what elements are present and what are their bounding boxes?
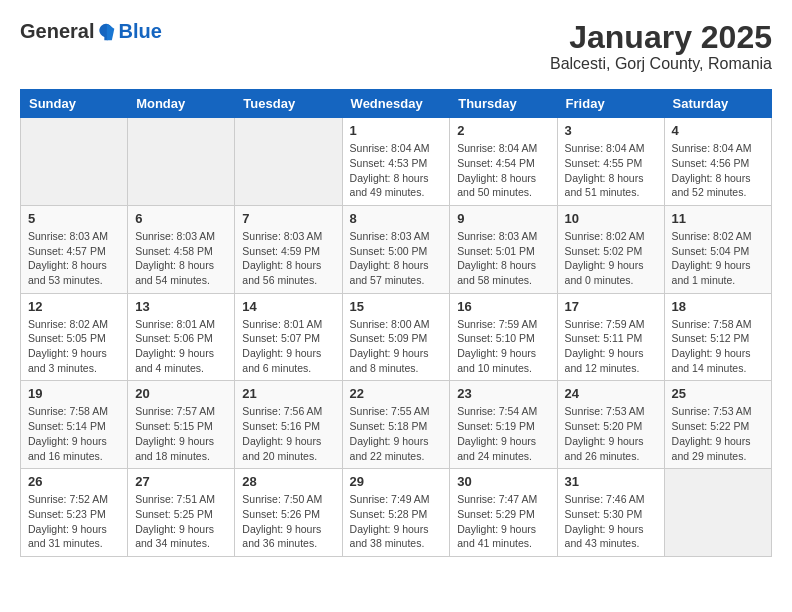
day-number: 15 <box>350 299 443 314</box>
calendar-cell: 24Sunrise: 7:53 AM Sunset: 5:20 PM Dayli… <box>557 381 664 469</box>
day-info: Sunrise: 7:46 AM Sunset: 5:30 PM Dayligh… <box>565 492 657 551</box>
calendar-week-3: 12Sunrise: 8:02 AM Sunset: 5:05 PM Dayli… <box>21 293 772 381</box>
weekday-header-wednesday: Wednesday <box>342 90 450 118</box>
weekday-header-thursday: Thursday <box>450 90 557 118</box>
weekday-header-sunday: Sunday <box>21 90 128 118</box>
calendar-week-1: 1Sunrise: 8:04 AM Sunset: 4:53 PM Daylig… <box>21 118 772 206</box>
day-number: 10 <box>565 211 657 226</box>
day-number: 19 <box>28 386 120 401</box>
day-number: 13 <box>135 299 227 314</box>
day-number: 29 <box>350 474 443 489</box>
day-info: Sunrise: 7:57 AM Sunset: 5:15 PM Dayligh… <box>135 404 227 463</box>
day-number: 28 <box>242 474 334 489</box>
day-info: Sunrise: 7:51 AM Sunset: 5:25 PM Dayligh… <box>135 492 227 551</box>
day-number: 24 <box>565 386 657 401</box>
calendar-cell: 8Sunrise: 8:03 AM Sunset: 5:00 PM Daylig… <box>342 205 450 293</box>
calendar-cell <box>235 118 342 206</box>
calendar-cell: 26Sunrise: 7:52 AM Sunset: 5:23 PM Dayli… <box>21 469 128 557</box>
page-title: January 2025 <box>550 20 772 55</box>
weekday-header-monday: Monday <box>128 90 235 118</box>
calendar-cell: 21Sunrise: 7:56 AM Sunset: 5:16 PM Dayli… <box>235 381 342 469</box>
day-number: 1 <box>350 123 443 138</box>
calendar-cell: 25Sunrise: 7:53 AM Sunset: 5:22 PM Dayli… <box>664 381 771 469</box>
day-info: Sunrise: 8:03 AM Sunset: 4:59 PM Dayligh… <box>242 229 334 288</box>
calendar-cell: 19Sunrise: 7:58 AM Sunset: 5:14 PM Dayli… <box>21 381 128 469</box>
calendar-cell: 18Sunrise: 7:58 AM Sunset: 5:12 PM Dayli… <box>664 293 771 381</box>
day-number: 22 <box>350 386 443 401</box>
day-number: 7 <box>242 211 334 226</box>
calendar-cell: 12Sunrise: 8:02 AM Sunset: 5:05 PM Dayli… <box>21 293 128 381</box>
calendar-cell: 27Sunrise: 7:51 AM Sunset: 5:25 PM Dayli… <box>128 469 235 557</box>
calendar-cell: 15Sunrise: 8:00 AM Sunset: 5:09 PM Dayli… <box>342 293 450 381</box>
day-info: Sunrise: 8:03 AM Sunset: 4:58 PM Dayligh… <box>135 229 227 288</box>
calendar-cell: 13Sunrise: 8:01 AM Sunset: 5:06 PM Dayli… <box>128 293 235 381</box>
calendar-table: SundayMondayTuesdayWednesdayThursdayFrid… <box>20 89 772 557</box>
day-info: Sunrise: 7:53 AM Sunset: 5:20 PM Dayligh… <box>565 404 657 463</box>
day-info: Sunrise: 8:03 AM Sunset: 5:01 PM Dayligh… <box>457 229 549 288</box>
day-number: 4 <box>672 123 764 138</box>
day-info: Sunrise: 7:59 AM Sunset: 5:10 PM Dayligh… <box>457 317 549 376</box>
day-number: 9 <box>457 211 549 226</box>
calendar-cell: 11Sunrise: 8:02 AM Sunset: 5:04 PM Dayli… <box>664 205 771 293</box>
day-info: Sunrise: 7:47 AM Sunset: 5:29 PM Dayligh… <box>457 492 549 551</box>
day-number: 5 <box>28 211 120 226</box>
calendar-cell: 17Sunrise: 7:59 AM Sunset: 5:11 PM Dayli… <box>557 293 664 381</box>
calendar-cell: 1Sunrise: 8:04 AM Sunset: 4:53 PM Daylig… <box>342 118 450 206</box>
logo-blue: Blue <box>118 20 161 43</box>
calendar-cell: 2Sunrise: 8:04 AM Sunset: 4:54 PM Daylig… <box>450 118 557 206</box>
day-info: Sunrise: 8:02 AM Sunset: 5:05 PM Dayligh… <box>28 317 120 376</box>
logo-icon <box>96 22 116 42</box>
day-info: Sunrise: 8:03 AM Sunset: 5:00 PM Dayligh… <box>350 229 443 288</box>
day-number: 21 <box>242 386 334 401</box>
day-info: Sunrise: 7:56 AM Sunset: 5:16 PM Dayligh… <box>242 404 334 463</box>
day-number: 18 <box>672 299 764 314</box>
day-number: 3 <box>565 123 657 138</box>
calendar-cell: 29Sunrise: 7:49 AM Sunset: 5:28 PM Dayli… <box>342 469 450 557</box>
day-number: 2 <box>457 123 549 138</box>
calendar-week-4: 19Sunrise: 7:58 AM Sunset: 5:14 PM Dayli… <box>21 381 772 469</box>
calendar-cell: 20Sunrise: 7:57 AM Sunset: 5:15 PM Dayli… <box>128 381 235 469</box>
calendar-cell <box>21 118 128 206</box>
calendar-cell: 5Sunrise: 8:03 AM Sunset: 4:57 PM Daylig… <box>21 205 128 293</box>
calendar-cell: 14Sunrise: 8:01 AM Sunset: 5:07 PM Dayli… <box>235 293 342 381</box>
day-info: Sunrise: 8:04 AM Sunset: 4:56 PM Dayligh… <box>672 141 764 200</box>
day-number: 16 <box>457 299 549 314</box>
day-info: Sunrise: 7:52 AM Sunset: 5:23 PM Dayligh… <box>28 492 120 551</box>
calendar-cell <box>664 469 771 557</box>
day-info: Sunrise: 8:02 AM Sunset: 5:04 PM Dayligh… <box>672 229 764 288</box>
logo-general: General <box>20 20 94 43</box>
day-info: Sunrise: 8:00 AM Sunset: 5:09 PM Dayligh… <box>350 317 443 376</box>
day-info: Sunrise: 7:53 AM Sunset: 5:22 PM Dayligh… <box>672 404 764 463</box>
day-info: Sunrise: 8:01 AM Sunset: 5:06 PM Dayligh… <box>135 317 227 376</box>
day-info: Sunrise: 7:49 AM Sunset: 5:28 PM Dayligh… <box>350 492 443 551</box>
day-number: 8 <box>350 211 443 226</box>
day-info: Sunrise: 8:04 AM Sunset: 4:54 PM Dayligh… <box>457 141 549 200</box>
day-info: Sunrise: 8:02 AM Sunset: 5:02 PM Dayligh… <box>565 229 657 288</box>
page-subtitle: Balcesti, Gorj County, Romania <box>550 55 772 73</box>
day-number: 11 <box>672 211 764 226</box>
day-info: Sunrise: 8:01 AM Sunset: 5:07 PM Dayligh… <box>242 317 334 376</box>
calendar-cell: 6Sunrise: 8:03 AM Sunset: 4:58 PM Daylig… <box>128 205 235 293</box>
calendar-week-2: 5Sunrise: 8:03 AM Sunset: 4:57 PM Daylig… <box>21 205 772 293</box>
calendar-cell: 16Sunrise: 7:59 AM Sunset: 5:10 PM Dayli… <box>450 293 557 381</box>
day-info: Sunrise: 7:58 AM Sunset: 5:14 PM Dayligh… <box>28 404 120 463</box>
day-info: Sunrise: 7:58 AM Sunset: 5:12 PM Dayligh… <box>672 317 764 376</box>
day-number: 30 <box>457 474 549 489</box>
calendar-cell: 9Sunrise: 8:03 AM Sunset: 5:01 PM Daylig… <box>450 205 557 293</box>
weekday-header-tuesday: Tuesday <box>235 90 342 118</box>
day-info: Sunrise: 8:04 AM Sunset: 4:53 PM Dayligh… <box>350 141 443 200</box>
calendar-cell: 4Sunrise: 8:04 AM Sunset: 4:56 PM Daylig… <box>664 118 771 206</box>
calendar-cell <box>128 118 235 206</box>
day-info: Sunrise: 7:54 AM Sunset: 5:19 PM Dayligh… <box>457 404 549 463</box>
day-number: 31 <box>565 474 657 489</box>
calendar-cell: 3Sunrise: 8:04 AM Sunset: 4:55 PM Daylig… <box>557 118 664 206</box>
day-number: 27 <box>135 474 227 489</box>
calendar-cell: 23Sunrise: 7:54 AM Sunset: 5:19 PM Dayli… <box>450 381 557 469</box>
day-number: 14 <box>242 299 334 314</box>
day-info: Sunrise: 7:59 AM Sunset: 5:11 PM Dayligh… <box>565 317 657 376</box>
day-info: Sunrise: 8:04 AM Sunset: 4:55 PM Dayligh… <box>565 141 657 200</box>
weekday-header-saturday: Saturday <box>664 90 771 118</box>
day-number: 17 <box>565 299 657 314</box>
day-number: 6 <box>135 211 227 226</box>
day-number: 26 <box>28 474 120 489</box>
